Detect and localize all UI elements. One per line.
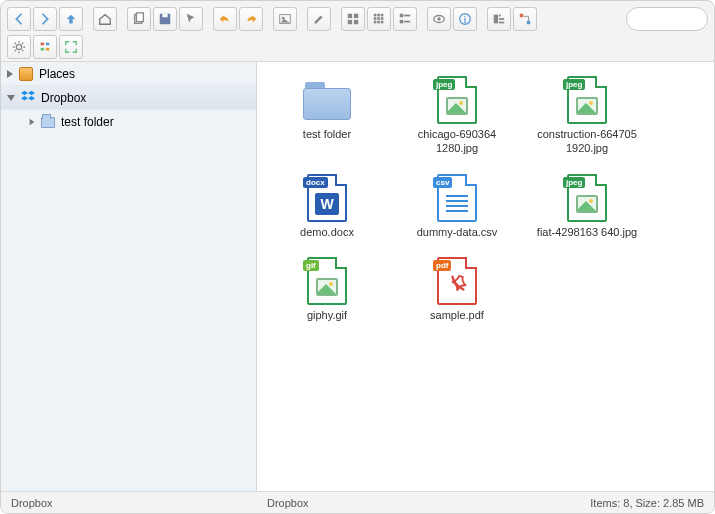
svg-rect-18 xyxy=(381,21,384,24)
file-item[interactable]: test folder xyxy=(267,72,387,160)
file-label: giphy.gif xyxy=(307,309,347,323)
file-item[interactable]: jpegconstruction-664705 1920.jpg xyxy=(527,72,647,160)
svg-rect-22 xyxy=(404,21,410,23)
info-button[interactable]: i xyxy=(453,7,477,31)
docx-file-icon: docxW xyxy=(307,174,347,222)
sidebar-item-places[interactable]: Places xyxy=(1,62,256,86)
file-item[interactable]: pdfsample.pdf xyxy=(397,253,517,327)
file-label: dummy-data.csv xyxy=(417,226,498,240)
expand-icon xyxy=(7,70,13,78)
view-large-icons-button[interactable] xyxy=(341,7,365,31)
view-list-button[interactable] xyxy=(393,7,417,31)
jpeg-file-icon: jpeg xyxy=(567,76,607,124)
svg-rect-14 xyxy=(377,17,380,20)
status-mid: Dropbox xyxy=(267,497,590,509)
svg-rect-8 xyxy=(348,20,352,24)
svg-rect-9 xyxy=(354,20,358,24)
svg-rect-15 xyxy=(381,17,384,20)
tree-item-label: test folder xyxy=(61,115,114,129)
csv-file-icon: csv xyxy=(437,174,477,222)
svg-rect-36 xyxy=(41,48,45,51)
status-left: Dropbox xyxy=(11,497,267,509)
search-input[interactable] xyxy=(626,7,708,31)
preview-button[interactable] xyxy=(427,7,451,31)
dropbox-label: Dropbox xyxy=(41,91,86,105)
select-button[interactable] xyxy=(179,7,203,31)
home-button[interactable] xyxy=(93,7,117,31)
svg-point-33 xyxy=(16,44,21,49)
folder-icon xyxy=(41,117,55,128)
svg-rect-31 xyxy=(520,14,524,18)
jpeg-file-icon: jpeg xyxy=(437,76,477,124)
svg-rect-19 xyxy=(400,14,404,18)
svg-rect-17 xyxy=(377,21,380,24)
svg-rect-6 xyxy=(348,14,352,18)
settings-button[interactable] xyxy=(7,35,31,59)
svg-rect-34 xyxy=(41,43,45,46)
svg-rect-30 xyxy=(499,22,504,24)
bookmarks-button[interactable] xyxy=(33,35,57,59)
svg-rect-20 xyxy=(404,15,410,17)
svg-rect-10 xyxy=(374,14,377,17)
places-icon xyxy=(19,67,33,81)
svg-rect-16 xyxy=(374,21,377,24)
toolbar: i xyxy=(1,1,714,61)
nav-up-button[interactable] xyxy=(59,7,83,31)
svg-rect-29 xyxy=(499,18,504,20)
fullscreen-button[interactable] xyxy=(59,35,83,59)
svg-rect-21 xyxy=(400,20,404,24)
svg-rect-35 xyxy=(46,43,50,46)
copy-button[interactable] xyxy=(127,7,151,31)
file-item[interactable]: csvdummy-data.csv xyxy=(397,170,517,244)
places-label: Places xyxy=(39,67,75,81)
redo-button[interactable] xyxy=(239,7,263,31)
nav-forward-button[interactable] xyxy=(33,7,57,31)
svg-rect-27 xyxy=(494,15,498,24)
status-bar: Dropbox Dropbox Items: 8, Size: 2.85 MB xyxy=(1,491,714,513)
view-small-icons-button[interactable] xyxy=(367,7,391,31)
file-label: test folder xyxy=(303,128,351,142)
file-label: fiat-4298163 640.jpg xyxy=(537,226,637,240)
sidebar: Places Dropbox test folder xyxy=(1,62,257,491)
folder-icon xyxy=(303,80,351,120)
svg-rect-37 xyxy=(46,48,50,51)
layout-toggle-button[interactable] xyxy=(487,7,511,31)
nav-back-button[interactable] xyxy=(7,7,31,31)
file-label: construction-664705 1920.jpg xyxy=(529,128,645,156)
dropbox-icon xyxy=(21,89,35,106)
svg-rect-7 xyxy=(354,14,358,18)
content-pane: test folderjpegchicago-690364 1280.jpgjp… xyxy=(257,62,714,491)
expand-icon xyxy=(7,95,15,101)
file-manager-window: i Places Dropbox xyxy=(0,0,715,514)
svg-rect-32 xyxy=(527,21,531,25)
svg-point-24 xyxy=(437,17,441,21)
auto-arrange-button[interactable] xyxy=(513,7,537,31)
file-item[interactable]: docxWdemo.docx xyxy=(267,170,387,244)
main-body: Places Dropbox test folder test folderjp… xyxy=(1,61,714,491)
gif-file-icon: gif xyxy=(307,257,347,305)
undo-button[interactable] xyxy=(213,7,237,31)
file-item[interactable]: gifgiphy.gif xyxy=(267,253,387,327)
expand-icon xyxy=(30,119,35,125)
jpeg-file-icon: jpeg xyxy=(567,174,607,222)
edit-button[interactable] xyxy=(307,7,331,31)
image-button[interactable] xyxy=(273,7,297,31)
status-right: Items: 8, Size: 2.85 MB xyxy=(590,497,704,509)
svg-rect-12 xyxy=(381,14,384,17)
file-label: chicago-690364 1280.jpg xyxy=(399,128,515,156)
file-item[interactable]: jpegchicago-690364 1280.jpg xyxy=(397,72,517,160)
save-button[interactable] xyxy=(153,7,177,31)
svg-rect-11 xyxy=(377,14,380,17)
svg-rect-1 xyxy=(136,13,143,22)
svg-text:i: i xyxy=(464,15,466,25)
svg-rect-13 xyxy=(374,17,377,20)
file-label: demo.docx xyxy=(300,226,354,240)
file-grid: test folderjpegchicago-690364 1280.jpgjp… xyxy=(267,72,704,327)
tree-item-test-folder[interactable]: test folder xyxy=(1,110,256,134)
svg-rect-3 xyxy=(162,14,167,18)
pdf-file-icon: pdf xyxy=(437,257,477,305)
file-item[interactable]: jpegfiat-4298163 640.jpg xyxy=(527,170,647,244)
sidebar-item-dropbox[interactable]: Dropbox xyxy=(1,86,256,110)
file-label: sample.pdf xyxy=(430,309,484,323)
svg-rect-28 xyxy=(499,15,501,17)
